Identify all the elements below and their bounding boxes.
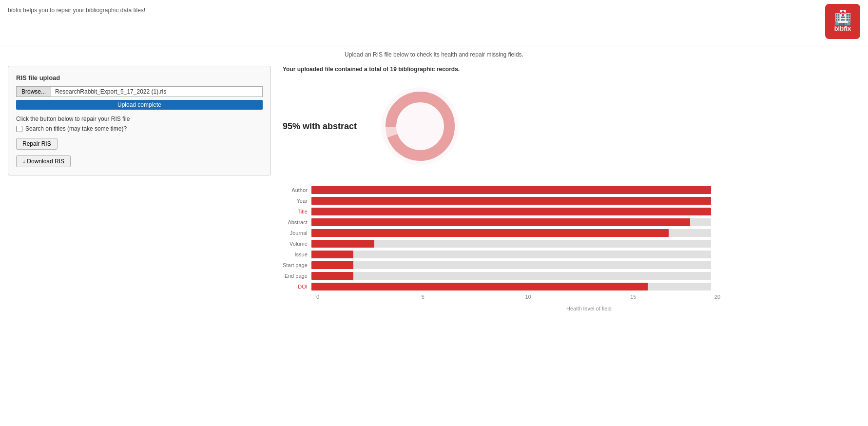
chart-area: 95% with abstract: [283, 82, 860, 170]
logo-label: bibfix: [834, 25, 851, 32]
records-info-text2: bibliographic records.: [398, 66, 460, 73]
x-axis-tick-label: 15: [630, 294, 636, 300]
page-subtitle: Upload an RIS file below to check its he…: [0, 51, 868, 58]
left-panel: RIS file upload Browse... ResearchRabbit…: [8, 66, 271, 311]
bar-label: Year: [283, 195, 308, 206]
search-titles-label: Search on titles (may take some time)?: [25, 125, 127, 132]
bar-background: [311, 272, 711, 280]
top-bar: bibfix helps you to repair your bibliogr…: [0, 0, 868, 43]
file-input-row: Browse... ResearchRabbit_Export_5_17_202…: [16, 86, 263, 97]
records-info-text: Your uploaded file contained a total of: [283, 66, 388, 73]
upload-box: RIS file upload Browse... ResearchRabbit…: [8, 66, 271, 175]
bar-label: End page: [283, 271, 308, 281]
bar-fill: [311, 272, 353, 280]
bar-row: [311, 281, 860, 292]
bar-label: Volume: [283, 238, 308, 249]
main-content: RIS file upload Browse... ResearchRabbit…: [0, 66, 868, 311]
x-axis-tick-label: 10: [525, 294, 531, 300]
bar-fill: [311, 186, 711, 194]
repair-instruction: Click the button below to repair your RI…: [16, 116, 263, 122]
repair-ris-button[interactable]: Repair RIS: [16, 138, 58, 150]
browse-button[interactable]: Browse...: [16, 86, 51, 97]
bar-label: Abstract: [283, 217, 308, 228]
divider: [0, 45, 868, 45]
bar-labels: AuthorYearTitleAbstractJournalVolumeIssu…: [283, 185, 311, 292]
bar-label: DOI: [283, 281, 308, 292]
file-name-display: ResearchRabbit_Export_5_17_2022 (1).ris: [51, 86, 263, 97]
upload-complete-bar: Upload complete: [16, 100, 263, 110]
bar-fill: [311, 283, 648, 290]
bar-label: Journal: [283, 228, 308, 238]
logo: 🏥 bibfix: [825, 4, 860, 39]
x-axis: 05101520: [318, 294, 860, 304]
bar-row: [311, 195, 860, 206]
bar-chart-inner: AuthorYearTitleAbstractJournalVolumeIssu…: [283, 185, 860, 292]
bar-row: [311, 249, 860, 260]
x-axis-title: Health level of field: [318, 306, 860, 311]
bar-fill: [311, 240, 374, 248]
bar-row: [311, 260, 860, 271]
bar-background: [311, 261, 711, 269]
records-count: 19: [390, 66, 396, 73]
bar-chart-section: AuthorYearTitleAbstractJournalVolumeIssu…: [283, 185, 860, 311]
x-axis-tick-label: 20: [714, 294, 720, 300]
bar-label: Title: [283, 206, 308, 217]
bar-fill: [311, 251, 353, 258]
abstract-stat: 95% with abstract: [283, 121, 357, 132]
bar-fill: [311, 218, 690, 226]
bar-row: [311, 238, 860, 249]
bar-row: [311, 271, 860, 281]
bars-area: [311, 185, 860, 292]
bar-row: [311, 185, 860, 195]
bar-row: [311, 206, 860, 217]
bar-fill: [311, 197, 711, 205]
download-ris-button[interactable]: ↓ Download RIS: [16, 155, 71, 167]
records-info: Your uploaded file contained a total of …: [283, 66, 860, 73]
bar-label: Start page: [283, 260, 308, 271]
logo-icon: 🏥: [834, 11, 851, 25]
bar-row: [311, 228, 860, 238]
bar-background: [311, 251, 711, 258]
bar-fill: [311, 229, 669, 237]
x-axis-tick-label: 5: [422, 294, 424, 300]
svg-point-3: [417, 95, 423, 101]
upload-section-title: RIS file upload: [16, 74, 263, 81]
bar-row: [311, 217, 860, 228]
right-panel: Your uploaded file contained a total of …: [283, 66, 860, 311]
bar-fill: [311, 261, 353, 269]
donut-chart: [376, 82, 464, 170]
tagline: bibfix helps you to repair your bibliogr…: [8, 7, 145, 14]
bar-label: Issue: [283, 249, 308, 260]
bar-fill: [311, 208, 711, 215]
x-axis-tick-label: 0: [316, 294, 319, 300]
search-titles-row: Search on titles (may take some time)?: [16, 125, 263, 132]
search-titles-checkbox[interactable]: [16, 126, 22, 132]
bar-label: Author: [283, 185, 308, 195]
